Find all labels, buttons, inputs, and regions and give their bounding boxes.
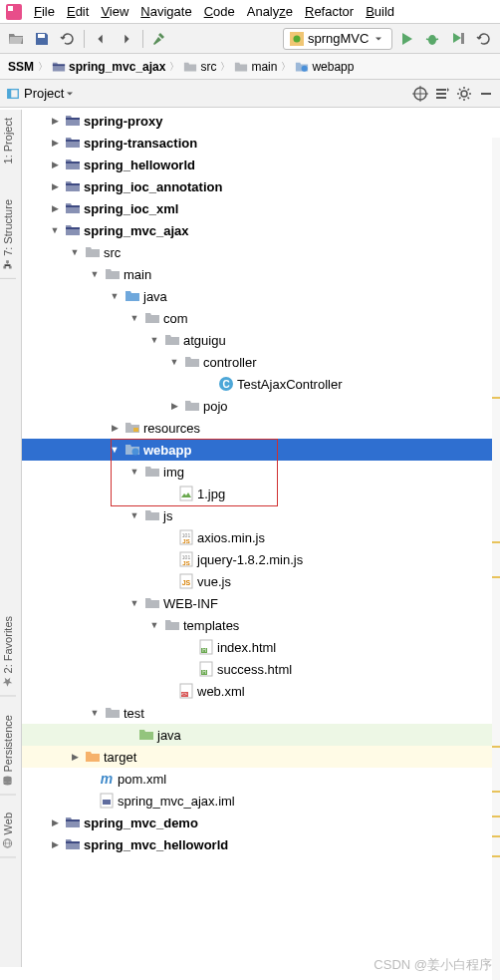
chevron-right-icon: 〉 bbox=[169, 60, 179, 74]
menubar: File Edit View Navigate Code Analyze Ref… bbox=[0, 0, 500, 24]
tree-item-vue[interactable]: vue.js bbox=[22, 570, 500, 592]
project-icon bbox=[6, 87, 20, 101]
project-title[interactable]: Project bbox=[24, 86, 64, 101]
tree-item-spring-transaction[interactable]: ▶spring-transaction bbox=[22, 132, 500, 154]
tree-item-spring-mvc-helloworld[interactable]: ▶spring_mvc_helloworld bbox=[22, 833, 500, 855]
side-tab-favorites[interactable]: 2: Favorites bbox=[0, 608, 16, 696]
tree-item-test[interactable]: ▼test bbox=[22, 702, 500, 724]
tree-item-java[interactable]: ▼java bbox=[22, 285, 500, 307]
chevron-right-icon: 〉 bbox=[38, 60, 48, 74]
tree-item-axios[interactable]: axios.min.js bbox=[22, 526, 500, 548]
side-tab-project[interactable]: 1: Project bbox=[0, 110, 16, 171]
tree-item-spring-proxy[interactable]: ▶spring-proxy bbox=[22, 110, 500, 132]
editor-gutter bbox=[492, 138, 500, 980]
profile-button[interactable] bbox=[472, 27, 496, 51]
forward-button[interactable] bbox=[115, 27, 138, 51]
tree-item-index-html[interactable]: index.html bbox=[22, 636, 500, 658]
tree-item-pom[interactable]: pom.xml bbox=[22, 768, 500, 790]
hide-icon[interactable] bbox=[478, 86, 494, 102]
tree-item-1jpg[interactable]: 1.jpg bbox=[22, 483, 500, 504]
open-button[interactable] bbox=[4, 27, 28, 51]
crumb-root[interactable]: SSM bbox=[8, 60, 34, 74]
tree-item-controller[interactable]: ▼controller bbox=[22, 351, 500, 373]
watermark: CSDN @姜小白程序 bbox=[374, 956, 492, 974]
menu-code[interactable]: Code bbox=[204, 4, 235, 19]
chevron-down-icon[interactable] bbox=[64, 88, 76, 100]
menu-view[interactable]: View bbox=[101, 4, 128, 19]
save-button[interactable] bbox=[30, 27, 54, 51]
tree-item-templates[interactable]: ▼templates bbox=[22, 614, 500, 636]
gear-icon[interactable] bbox=[456, 86, 472, 102]
run-button[interactable] bbox=[394, 27, 418, 51]
tree-item-web-xml[interactable]: web.xml bbox=[22, 680, 500, 702]
run-config-combo[interactable]: sprngMVC bbox=[283, 28, 392, 50]
chevron-down-icon bbox=[373, 33, 384, 45]
tree-item-testajaxcontroller[interactable]: TestAjaxController bbox=[22, 373, 500, 395]
project-tool-header: Project bbox=[0, 80, 500, 108]
tree-item-com[interactable]: ▼com bbox=[22, 307, 500, 329]
breadcrumb: SSM 〉 spring_mvc_ajax 〉 src 〉 main 〉 web… bbox=[0, 54, 500, 80]
debug-button[interactable] bbox=[420, 27, 444, 51]
tree-item-webinf[interactable]: ▼WEB-INF bbox=[22, 592, 500, 614]
run-config-label: sprngMVC bbox=[308, 31, 369, 46]
menu-analyze[interactable]: Analyze bbox=[247, 4, 293, 19]
chevron-right-icon: 〉 bbox=[220, 60, 230, 74]
tree-item-main[interactable]: ▼main bbox=[22, 263, 500, 285]
separator bbox=[142, 30, 143, 48]
tree-item-jquery[interactable]: jquery-1.8.2.min.js bbox=[22, 548, 500, 570]
chevron-right-icon: 〉 bbox=[281, 60, 291, 74]
back-button[interactable] bbox=[89, 27, 113, 51]
crumb-webapp[interactable]: webapp bbox=[295, 60, 354, 74]
crumb-src[interactable]: src bbox=[183, 60, 216, 74]
crumb-module[interactable]: spring_mvc_ajax bbox=[52, 60, 165, 74]
refresh-button[interactable] bbox=[56, 27, 80, 51]
tree-item-pojo[interactable]: ▶pojo bbox=[22, 395, 500, 417]
ij-logo-icon bbox=[6, 4, 22, 20]
tree-item-src[interactable]: ▼src bbox=[22, 241, 500, 263]
side-tab-persistence[interactable]: Persistence bbox=[0, 707, 16, 795]
tree-item-spring-mvc-demo[interactable]: ▶spring_mvc_demo bbox=[22, 812, 500, 833]
tree-item-webapp[interactable]: ▼webapp bbox=[22, 439, 500, 461]
tree-item-spring-mvc-ajax[interactable]: ▼spring_mvc_ajax bbox=[22, 219, 500, 241]
side-tab-web[interactable]: Web bbox=[0, 805, 16, 857]
menu-file[interactable]: File bbox=[34, 4, 55, 19]
tree-item-test-java[interactable]: java bbox=[22, 724, 500, 746]
app-icon bbox=[290, 32, 304, 46]
separator bbox=[84, 30, 85, 48]
coverage-button[interactable] bbox=[446, 27, 470, 51]
tree-item-success-html[interactable]: success.html bbox=[22, 658, 500, 680]
menu-edit[interactable]: Edit bbox=[67, 4, 89, 19]
menu-build[interactable]: Build bbox=[366, 4, 394, 19]
side-tool-tabs: 1: Project 7: Structure 2: Favorites Per… bbox=[0, 110, 22, 967]
project-tree[interactable]: ▶spring-proxy ▶spring-transaction ▶sprin… bbox=[22, 110, 500, 980]
tree-item-spring-helloworld[interactable]: ▶spring_helloworld bbox=[22, 154, 500, 175]
crumb-main[interactable]: main bbox=[234, 60, 277, 74]
tree-item-js[interactable]: ▼js bbox=[22, 504, 500, 526]
tree-item-spring-ioc-annotation[interactable]: ▶spring_ioc_annotation bbox=[22, 175, 500, 197]
tree-item-spring-ioc-xml[interactable]: ▶spring_ioc_xml bbox=[22, 197, 500, 219]
tree-item-target[interactable]: ▶target bbox=[22, 746, 500, 768]
menu-refactor[interactable]: Refactor bbox=[305, 4, 354, 19]
build-button[interactable] bbox=[147, 27, 171, 51]
tree-item-atguigu[interactable]: ▼atguigu bbox=[22, 329, 500, 351]
tree-item-img[interactable]: ▼img bbox=[22, 461, 500, 483]
tree-item-iml[interactable]: spring_mvc_ajax.iml bbox=[22, 790, 500, 812]
locate-icon[interactable] bbox=[412, 86, 428, 102]
toolbar: sprngMVC bbox=[0, 24, 500, 54]
tree-item-resources[interactable]: ▶resources bbox=[22, 417, 500, 439]
collapse-icon[interactable] bbox=[434, 86, 450, 102]
menu-navigate[interactable]: Navigate bbox=[140, 4, 191, 19]
side-tab-structure[interactable]: 7: Structure bbox=[0, 191, 16, 279]
